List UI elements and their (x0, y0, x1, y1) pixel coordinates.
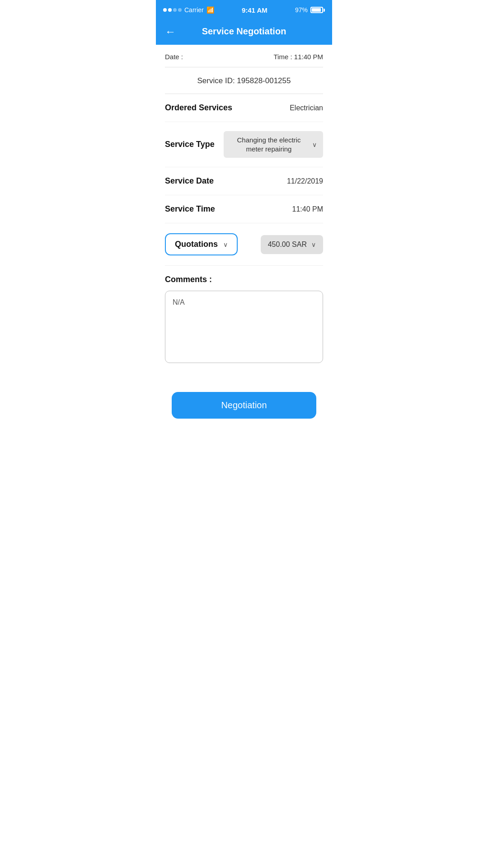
service-id-row: Service ID: 195828-001255 (165, 67, 323, 94)
service-time-row: Service Time 11:40 PM (165, 195, 323, 223)
service-date-row: Service Date 11/22/2019 (165, 167, 323, 195)
signal-dot-4 (178, 8, 182, 12)
ordered-services-label: Ordered Services (165, 103, 232, 113)
service-type-dropdown[interactable]: Changing the electric meter repairing ∨ (224, 131, 323, 158)
header-title: Service Negotiation (202, 26, 286, 37)
service-date-value: 11/22/2019 (287, 177, 323, 185)
ordered-services-row: Ordered Services Electrician (165, 94, 323, 122)
quotations-row: Quotations ∨ 450.00 SAR ∨ (165, 223, 323, 266)
battery-tip (324, 9, 325, 12)
battery-percent: 97% (295, 6, 308, 14)
battery-fill (312, 8, 321, 12)
sar-chevron-icon: ∨ (311, 241, 316, 248)
quotations-dropdown[interactable]: Quotations ∨ (165, 233, 238, 255)
signal-dot-2 (168, 8, 172, 12)
wifi-icon: 📶 (206, 6, 214, 14)
quotations-chevron-icon: ∨ (223, 241, 228, 248)
service-type-chevron-icon: ∨ (312, 141, 317, 148)
main-content: Date : Time : 11:40 PM Service ID: 19582… (156, 45, 332, 374)
service-date-label: Service Date (165, 176, 214, 186)
status-bar: Carrier 📶 9:41 AM 97% (156, 0, 332, 20)
signal-dot-3 (173, 8, 177, 12)
button-row: Negotiation (156, 374, 332, 432)
status-right: 97% (295, 6, 325, 14)
date-label: Date : (165, 53, 183, 61)
service-type-text: Changing the electric meter repairing (230, 136, 308, 153)
signal-dots (163, 8, 182, 12)
sar-dropdown[interactable]: 450.00 SAR ∨ (261, 235, 323, 254)
back-button[interactable]: ← (165, 25, 176, 38)
battery-body (310, 7, 323, 13)
sar-value: 450.00 SAR (268, 241, 307, 249)
negotiation-button[interactable]: Negotiation (172, 392, 316, 419)
comments-label: Comments : (165, 275, 323, 284)
service-time-value: 11:40 PM (292, 205, 323, 213)
service-time-label: Service Time (165, 204, 215, 214)
service-type-label: Service Type (165, 140, 215, 149)
time-label: Time : 11:40 PM (274, 53, 323, 61)
status-time: 9:41 AM (242, 6, 267, 14)
service-type-row: Service Type Changing the electric meter… (165, 122, 323, 167)
service-id-text: Service ID: 195828-001255 (197, 76, 291, 85)
battery-icon (310, 7, 325, 13)
status-left: Carrier 📶 (163, 6, 214, 14)
app-header: ← Service Negotiation (156, 20, 332, 45)
comments-section: Comments : N/A (165, 266, 323, 374)
signal-dot-1 (163, 8, 167, 12)
carrier-label: Carrier (184, 6, 204, 14)
comments-textarea[interactable]: N/A (165, 291, 323, 363)
quotations-label: Quotations (175, 240, 218, 249)
date-time-row: Date : Time : 11:40 PM (165, 45, 323, 67)
ordered-services-value: Electrician (290, 104, 323, 112)
